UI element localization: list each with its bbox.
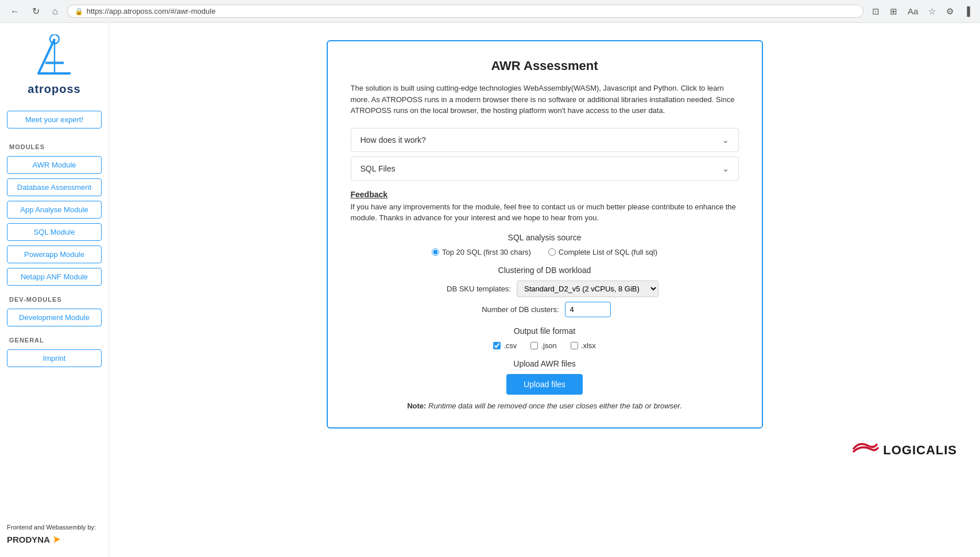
clustering-title: Clustering of DB workload <box>351 266 739 275</box>
radio-top20-label: Top 20 SQL (first 30 chars) <box>442 248 531 256</box>
prodyna-logo: PRODYNA ➤ <box>7 533 102 546</box>
awr-card: AWR Assessment The solution is built usi… <box>327 40 763 429</box>
radio-complete-label: Complete List of SQL (full sql) <box>559 248 657 256</box>
settings-icon[interactable]: ⚙ <box>943 5 956 18</box>
sidebar-item-netapp[interactable]: Netapp ANF Module <box>7 268 102 286</box>
radio-complete[interactable]: Complete List of SQL (full sql) <box>548 248 657 256</box>
radio-complete-input[interactable] <box>548 248 556 256</box>
radio-top20[interactable]: Top 20 SQL (first 30 chars) <box>432 248 531 256</box>
chevron-down-icon-2: ⌄ <box>722 164 729 173</box>
back-button[interactable]: ← <box>7 5 23 18</box>
logicalis-text: LOGICALIS <box>883 443 957 458</box>
reload-button[interactable]: ↻ <box>29 5 43 18</box>
upload-title: Upload AWR files <box>351 359 739 368</box>
clusters-label: Number of DB clusters: <box>479 305 559 314</box>
output-title: Output file format <box>351 326 739 336</box>
logicalis-logo-area: LOGICALIS <box>132 440 957 461</box>
reader-icon[interactable]: Aa <box>905 5 921 17</box>
upload-section: Upload AWR files Upload files <box>351 359 739 395</box>
logo-area: atroposs <box>7 34 102 96</box>
csv-checkbox-label[interactable]: .csv <box>493 341 517 350</box>
note-content: Runtime data will be removed once the us… <box>426 402 681 410</box>
clusters-row: Number of DB clusters: 4 <box>351 302 739 317</box>
modules-section-label: MODULES <box>7 143 102 150</box>
output-section: Output file format .csv .json .xlsx <box>351 326 739 350</box>
prodyna-text: PRODYNA <box>7 535 50 544</box>
home-button[interactable]: ⌂ <box>49 5 61 18</box>
note-text: Note: Runtime data will be removed once … <box>351 402 739 410</box>
logo-svg <box>32 34 78 80</box>
accordion-label-sql: SQL Files <box>361 164 396 173</box>
sidebar-item-powerapp[interactable]: Powerapp Module <box>7 246 102 263</box>
main-content: AWR Assessment The solution is built usi… <box>109 23 980 557</box>
clusters-input[interactable]: 4 <box>565 302 611 317</box>
chevron-down-icon: ⌄ <box>722 135 729 145</box>
screen-icon[interactable]: ⊡ <box>869 5 882 18</box>
csv-checkbox[interactable] <box>493 342 501 349</box>
sql-analysis-title: SQL analysis source <box>351 233 739 242</box>
sku-select[interactable]: Standard_D2_v5 (2 vCPUs, 8 GiB) Standard… <box>517 281 659 297</box>
sql-analysis-section: SQL analysis source Top 20 SQL (first 30… <box>351 233 739 256</box>
sidebar-toggle[interactable]: ▐ <box>961 5 973 17</box>
accordion-sql-files[interactable]: SQL Files ⌄ <box>351 157 739 181</box>
awr-title: AWR Assessment <box>351 59 739 73</box>
star-icon[interactable]: ☆ <box>925 5 939 18</box>
browser-chrome: ← ↻ ⌂ 🔒 https://app.atroposs.com/#/awr-m… <box>0 0 980 23</box>
general-section-label: GENERAL <box>7 337 102 344</box>
footer-text: Frontend and Webassembly by: PRODYNA ➤ <box>7 512 102 546</box>
note-bold: Note: <box>407 402 426 410</box>
logicalis-swoosh-icon <box>851 440 880 461</box>
footer-label: Frontend and Webassembly by: <box>7 524 96 531</box>
json-checkbox-label[interactable]: .json <box>530 341 556 350</box>
sidebar-item-app-analyse[interactable]: App Analyse Module <box>7 201 102 219</box>
sidebar-item-sql-module[interactable]: SQL Module <box>7 223 102 241</box>
json-label: .json <box>541 341 556 350</box>
clustering-section: Clustering of DB workload DB SKU templat… <box>351 266 739 317</box>
sku-row: DB SKU templates: Standard_D2_v5 (2 vCPU… <box>351 281 739 297</box>
sql-radio-group: Top 20 SQL (first 30 chars) Complete Lis… <box>351 248 739 256</box>
logicalis-logo: LOGICALIS <box>851 440 957 461</box>
accordion-how-it-works[interactable]: How does it work? ⌄ <box>351 128 739 152</box>
url-text: https://app.atroposs.com/#/awr-module <box>87 7 216 15</box>
sidebar: atroposs Meet your expert! MODULES AWR M… <box>0 23 109 557</box>
app-layout: atroposs Meet your expert! MODULES AWR M… <box>0 23 980 557</box>
awr-description: The solution is built using cutting-edge… <box>351 83 739 116</box>
output-checkbox-group: .csv .json .xlsx <box>351 341 739 350</box>
accordion-label-how: How does it work? <box>361 135 426 145</box>
lock-icon: 🔒 <box>75 7 83 15</box>
radio-top20-input[interactable] <box>432 248 439 256</box>
sku-label: DB SKU templates: <box>431 285 511 293</box>
xlsx-checkbox-label[interactable]: .xlsx <box>571 341 596 350</box>
sidebar-item-awr-module[interactable]: AWR Module <box>7 156 102 174</box>
prodyna-arrow-icon: ➤ <box>52 533 61 546</box>
json-checkbox[interactable] <box>530 342 538 349</box>
dev-modules-section-label: DEV-MODULES <box>7 296 102 303</box>
xlsx-checkbox[interactable] <box>571 342 578 349</box>
sidebar-item-development[interactable]: Development Module <box>7 309 102 326</box>
meet-expert-button[interactable]: Meet your expert! <box>7 111 102 128</box>
swoosh-svg <box>851 440 880 457</box>
feedback-link[interactable]: Feedback <box>351 190 388 199</box>
upload-files-button[interactable]: Upload files <box>506 374 583 395</box>
xlsx-label: .xlsx <box>581 341 596 350</box>
feedback-section: Feedback If you have any improvements fo… <box>351 190 739 224</box>
sidebar-item-database-assessment[interactable]: Database Assessment <box>7 178 102 196</box>
logo-text: atroposs <box>28 83 80 96</box>
apps-icon[interactable]: ⊞ <box>887 5 900 18</box>
sidebar-item-imprint[interactable]: Imprint <box>7 349 102 367</box>
browser-actions: ⊡ ⊞ Aa ☆ ⚙ ▐ <box>869 5 973 18</box>
feedback-text: If you have any improvements for the mod… <box>351 201 739 224</box>
csv-label: .csv <box>503 341 517 350</box>
address-bar[interactable]: 🔒 https://app.atroposs.com/#/awr-module <box>67 5 863 18</box>
